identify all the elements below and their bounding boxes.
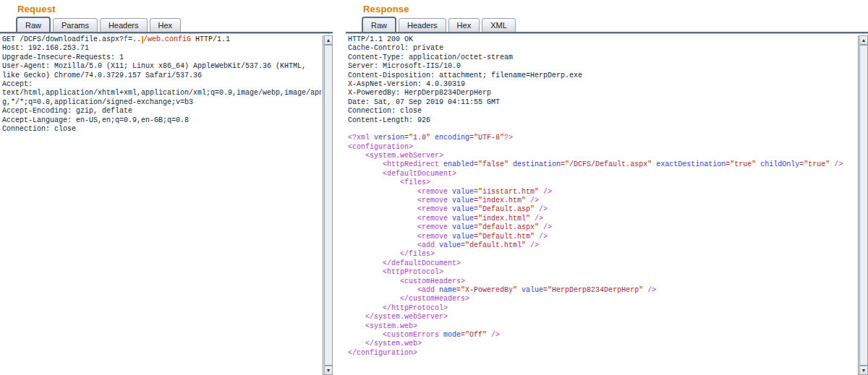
scroll-up-button[interactable]: ▲: [859, 35, 868, 45]
code-segment-val: ="index.htm": [474, 197, 526, 204]
request-tab-headers[interactable]: Headers: [100, 18, 148, 32]
code-segment-attr: exactDestination: [656, 160, 726, 168]
request-raw-editor[interactable]: GET /DCFS/downloadfile.aspx?f=../web.con…: [2, 35, 321, 375]
code-line: <files>: [348, 178, 856, 187]
request-tab-raw[interactable]: Raw: [16, 17, 51, 32]
scroll-up-button[interactable]: ▲: [324, 35, 333, 45]
request-tab-hex[interactable]: Hex: [150, 18, 182, 32]
scrollbar-thumb[interactable]: [859, 45, 868, 366]
code-line: <add value="default.html" />: [348, 241, 856, 250]
code-line: <remove value="index.htm" />: [348, 197, 856, 205]
code-segment-plain: Content-Length: 926: [348, 116, 430, 124]
code-segment-attr: name: [439, 286, 456, 294]
code-segment-val: ="X-PoweredBy": [456, 286, 517, 294]
request-tab-params[interactable]: Params: [53, 18, 98, 32]
code-segment-plain: Cache-Control: private: [348, 44, 443, 52]
code-segment-plain: X-PoweredBy: HerpDerp8234DerpHerp: [348, 89, 491, 97]
code-line: </configuration>: [348, 349, 856, 358]
code-segment-val: ="HerpDerp8234DerpHerp": [543, 286, 643, 294]
response-scrollbar[interactable]: ▲ ▼: [858, 35, 868, 375]
code-segment-attr: value: [439, 241, 461, 249]
response-tab-headers[interactable]: Headers: [399, 18, 446, 32]
code-line: </customHeaders>: [348, 295, 856, 303]
code-line: <httpProtocol>: [348, 268, 856, 277]
code-segment-attr: destination: [513, 160, 561, 168]
code-segment-tag: </configuration>: [348, 349, 417, 357]
code-segment-val: ="Default.htm": [474, 233, 535, 241]
response-raw-viewer[interactable]: HTTP/1.1 200 OKCache-Control: privateCon…: [348, 35, 856, 375]
code-line: Connection: close: [2, 125, 321, 134]
code-segment-plain: Host: 192.168.253.71: [2, 44, 89, 52]
response-tab-hex[interactable]: Hex: [448, 18, 480, 32]
code-segment-tag: <remove: [417, 188, 448, 196]
code-segment-plain: [348, 188, 417, 196]
code-segment-tag: <add: [417, 241, 435, 249]
code-segment-tag: <system.web>: [365, 322, 417, 330]
code-line: <remove value="index.html" />: [348, 215, 856, 223]
scroll-down-button[interactable]: ▼: [859, 366, 868, 375]
request-scrollbar[interactable]: ▲ ▼: [323, 35, 333, 375]
code-segment-plain: Content-Disposition: attachment; filenam…: [348, 72, 582, 79]
response-tabbar: RawHeadersHexXML: [362, 17, 516, 32]
code-line: Host: 192.168.253.71: [2, 44, 321, 53]
response-panel-title: Response: [363, 4, 409, 14]
code-segment-tag: </customHeaders>: [400, 295, 469, 303]
code-segment-plain: HTTP/1.1 200 OK: [348, 35, 413, 43]
code-segment-tag: <system.webServer>: [365, 152, 443, 160]
code-segment-tag: <remove: [417, 223, 448, 231]
code-segment-tag: </files>: [400, 250, 435, 258]
code-segment-tag: <add: [417, 286, 435, 294]
response-tab-xml[interactable]: XML: [482, 18, 516, 32]
code-segment-plain: [348, 205, 417, 213]
code-line: Content-Type: application/octet-stream: [348, 53, 856, 62]
code-segment-val: ="1.0": [404, 134, 430, 142]
code-segment-tag: <configuration>: [348, 143, 413, 151]
code-segment-plain: User-Agent: Mozilla/5.0 (X11; Linux x86_…: [2, 62, 306, 70]
code-segment-attr: enabled: [443, 160, 474, 168]
code-segment-plain: [348, 170, 383, 178]
code-segment-tag: />: [643, 286, 656, 294]
scroll-down-button[interactable]: ▼: [324, 366, 333, 375]
code-segment-plain: [348, 286, 417, 294]
response-tab-raw[interactable]: Raw: [362, 17, 396, 32]
code-segment-plain: g,*/*;q=0.8,application/signed-exchange;…: [2, 98, 193, 106]
code-line: Content-Length: 926: [348, 116, 856, 125]
code-segment-plain: [348, 250, 400, 258]
code-line: <configuration>: [348, 143, 856, 152]
code-segment-attr: value: [452, 223, 474, 231]
code-segment-tag: <files>: [400, 178, 430, 186]
code-line: <remove value="default.aspx" />: [348, 223, 856, 232]
code-segment-plain: [348, 197, 417, 204]
code-segment-tag: </system.webServer>: [365, 313, 448, 321]
code-segment-tag: <httpProtocol>: [383, 268, 443, 276]
code-segment-plain: like Gecko) Chrome/74.0.3729.157 Safari/…: [2, 72, 202, 79]
code-segment-plain: [348, 152, 365, 160]
code-line: </httpProtocol>: [348, 304, 856, 313]
code-segment-plain: [348, 268, 383, 276]
scrollbar-thumb[interactable]: [324, 45, 333, 366]
code-line: like Gecko) Chrome/74.0.3729.157 Safari/…: [2, 72, 321, 80]
code-segment-plain: =..: [128, 35, 141, 43]
code-segment-plain: [348, 215, 417, 223]
code-segment-val: ="true": [799, 160, 830, 168]
code-line: [348, 125, 856, 134]
code-line: <remove value="Default.asp" />: [348, 205, 856, 214]
code-segment-tag: <remove: [417, 233, 448, 241]
code-segment-attr: value: [452, 215, 474, 223]
request-tabbar: RawParamsHeadersHex: [16, 17, 181, 32]
code-segment-val: ="true": [726, 160, 756, 168]
code-segment-val: /web.confiG: [143, 35, 191, 43]
code-line: X-AspNet-Version: 4.0.30319: [348, 80, 856, 89]
code-segment-plain: Upgrade-Insecure-Requests: 1: [2, 53, 124, 61]
code-segment-plain: Accept-Encoding: gzip, deflate: [2, 107, 132, 115]
code-segment-val: ="UTF-8": [469, 134, 504, 142]
code-segment-attr: encoding: [435, 134, 469, 142]
code-line: </system.web>: [348, 340, 856, 348]
code-segment-plain: GET /DCFS/downloadfile.aspx?: [2, 35, 124, 43]
code-segment-plain: X-AspNet-Version: 4.0.30319: [348, 80, 465, 88]
code-segment-val: ="default.aspx": [474, 223, 539, 231]
code-segment-tag: </defaultDocument>: [383, 259, 461, 267]
code-segment-attr: mode: [443, 331, 461, 339]
code-line: <defaultDocument>: [348, 170, 856, 178]
code-segment-tag: </system.web>: [365, 340, 422, 348]
